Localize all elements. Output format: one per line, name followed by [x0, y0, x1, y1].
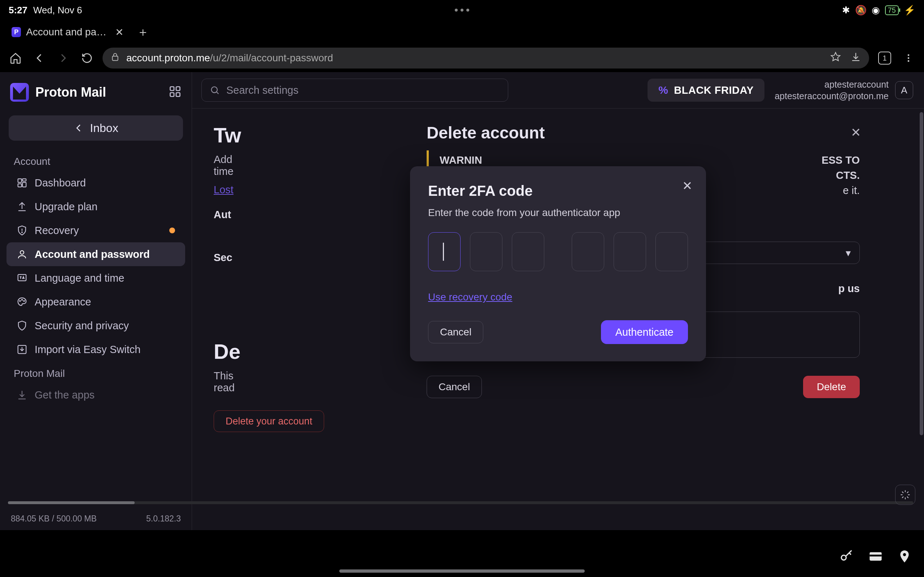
inbox-button[interactable]: Inbox — [9, 115, 183, 141]
status-date: Wed, Nov 6 — [33, 5, 82, 16]
app-switcher-icon[interactable] — [168, 85, 181, 100]
sidebar-item-appearance[interactable]: Appearance — [6, 290, 185, 314]
browser-tab[interactable]: P Account and passw ✕ — [5, 23, 131, 42]
download-icon[interactable] — [850, 52, 861, 65]
sidebar-item-account-password[interactable]: Account and password — [6, 242, 185, 266]
sidebar-item-label: Recovery — [35, 225, 79, 237]
sidebar-item-dashboard[interactable]: Dashboard — [6, 171, 185, 195]
svg-point-20 — [842, 555, 846, 560]
svg-point-3 — [908, 60, 909, 62]
sidebar-item-get-apps[interactable]: Get the apps — [6, 383, 185, 407]
sidebar-item-label: Get the apps — [35, 389, 95, 401]
tab-count-button[interactable]: 1 — [876, 50, 893, 66]
url-bar[interactable]: account.proton.me/u/2/mail/account-passw… — [102, 48, 869, 69]
tfa-cancel-button[interactable]: Cancel — [428, 321, 483, 343]
tfa-title: Enter 2FA code — [428, 183, 688, 199]
bluetooth-icon: ✱ — [842, 5, 850, 16]
tfa-authenticate-button[interactable]: Authenticate — [601, 320, 688, 344]
svg-rect-7 — [176, 93, 180, 97]
sidebar-item-label: Language and time — [35, 272, 124, 284]
status-bar: 5:27 Wed, Nov 6 ✱ 🔕 ◉ 75 ⚡ — [0, 0, 924, 20]
tfa-modal: Enter 2FA code ✕ Enter the code from you… — [410, 166, 706, 361]
search-settings-input[interactable]: Search settings — [201, 79, 508, 102]
battery-icon: 75 — [885, 5, 899, 15]
forward-icon — [55, 50, 71, 66]
svg-point-16 — [22, 299, 23, 300]
svg-point-15 — [19, 300, 21, 301]
sidebar-item-label: Appearance — [35, 296, 91, 308]
home-icon[interactable] — [7, 50, 24, 66]
lock-icon[interactable] — [110, 52, 120, 64]
gesture-bar[interactable] — [339, 569, 585, 573]
brand-name: Proton Mail — [36, 85, 106, 100]
tfa-subtitle: Enter the code from your authenticator a… — [428, 207, 688, 219]
tab-strip: P Account and passw ✕ ＋ — [0, 20, 924, 44]
star-icon[interactable] — [830, 52, 841, 65]
code-digit-6[interactable] — [656, 232, 688, 271]
proton-logo-icon — [10, 83, 29, 102]
avatar[interactable]: A — [895, 81, 913, 99]
svg-rect-6 — [170, 93, 174, 97]
sidebar-item-label: Upgrade plan — [35, 201, 97, 213]
sidebar-item-import[interactable]: Import via Easy Switch — [6, 338, 185, 361]
new-tab-button[interactable]: ＋ — [135, 24, 151, 40]
svg-rect-22 — [869, 554, 881, 556]
percent-icon: % — [658, 84, 668, 96]
tab-close-icon[interactable]: ✕ — [114, 26, 125, 38]
sidebar-footer: 884.05 KB / 500.00 MB 5.0.182.3 — [0, 509, 192, 530]
dnd-icon: 🔕 — [855, 5, 867, 16]
search-placeholder: Search settings — [226, 84, 299, 96]
nav-section-account: Account — [0, 149, 192, 171]
user-menu[interactable]: aptesteraccount aptesteraccount@proton.m… — [775, 79, 913, 102]
key-icon[interactable] — [840, 549, 854, 565]
svg-rect-11 — [18, 184, 22, 187]
nav-section-mail: Proton Mail — [0, 361, 192, 383]
reload-icon[interactable] — [79, 50, 95, 66]
svg-point-19 — [212, 87, 217, 93]
browser-menu-icon[interactable] — [900, 50, 917, 66]
svg-rect-0 — [112, 56, 118, 60]
tab-title: Account and passw — [26, 26, 109, 38]
main-area: Search settings % BLACK FRIDAY aptestera… — [192, 72, 924, 530]
app-frame: Proton Mail Inbox Account Dashboard Upgr… — [0, 72, 924, 530]
use-recovery-code-link[interactable]: Use recovery code — [428, 292, 512, 303]
location-icon[interactable] — [897, 549, 912, 565]
wifi-icon: ◉ — [872, 5, 880, 16]
sidebar-item-label: Security and privacy — [35, 320, 129, 332]
sidebar-item-recovery[interactable]: Recovery — [6, 219, 185, 242]
inbox-label: Inbox — [90, 121, 118, 135]
svg-point-13 — [20, 251, 24, 254]
tfa-close-icon[interactable]: ✕ — [682, 179, 692, 193]
code-digit-2[interactable] — [470, 232, 502, 271]
sidebar-item-language[interactable]: Language and time — [6, 266, 185, 290]
code-input-row — [428, 232, 688, 271]
sidebar-item-upgrade[interactable]: Upgrade plan — [6, 195, 185, 219]
code-digit-4[interactable] — [572, 232, 604, 271]
tfa-overlay: Enter 2FA code ✕ Enter the code from you… — [192, 108, 924, 530]
back-icon[interactable] — [31, 50, 48, 66]
svg-point-23 — [903, 553, 906, 556]
black-friday-button[interactable]: % BLACK FRIDAY — [648, 79, 764, 102]
code-digit-3[interactable] — [512, 232, 544, 271]
url-text: account.proton.me/u/2/mail/account-passw… — [126, 52, 333, 64]
main-header: Search settings % BLACK FRIDAY aptestera… — [192, 72, 924, 108]
sidebar-item-security[interactable]: Security and privacy — [6, 314, 185, 338]
storage-text: 884.05 KB / 500.00 MB — [11, 514, 97, 524]
black-friday-label: BLACK FRIDAY — [674, 84, 754, 96]
sidebar-item-label: Account and password — [35, 248, 150, 260]
search-icon — [210, 85, 220, 95]
version-text: 5.0.182.3 — [146, 514, 181, 524]
card-icon[interactable] — [868, 549, 883, 565]
tab-favicon: P — [11, 27, 21, 37]
brand[interactable]: Proton Mail — [0, 79, 192, 112]
sidebar-item-label: Dashboard — [35, 177, 86, 189]
user-email: aptesteraccount@proton.me — [775, 90, 888, 102]
code-digit-5[interactable] — [614, 232, 646, 271]
sparkle-icon — [900, 489, 911, 500]
status-overflow[interactable] — [455, 9, 469, 11]
user-name: aptesteraccount — [775, 79, 888, 90]
svg-rect-4 — [170, 87, 174, 91]
theme-toggle-button[interactable] — [895, 485, 915, 505]
code-digit-1[interactable] — [428, 232, 460, 271]
svg-point-17 — [23, 300, 24, 301]
